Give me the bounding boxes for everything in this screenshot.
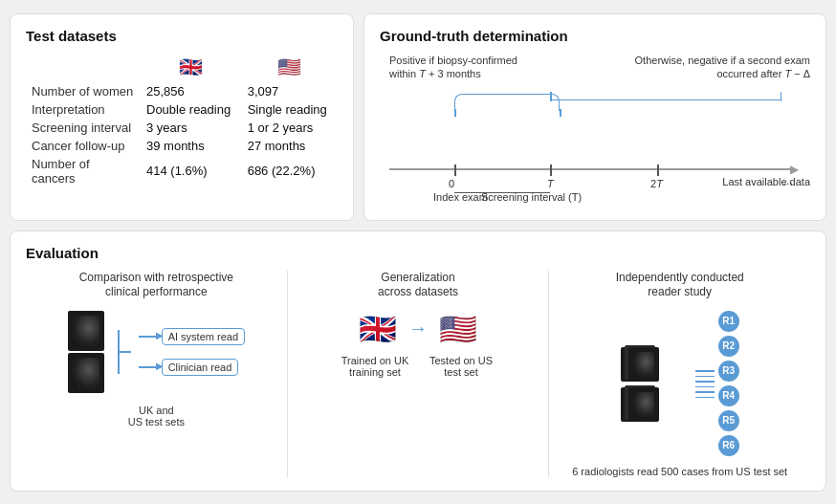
fork-connector xyxy=(112,330,131,374)
last-available-label: Last available data xyxy=(722,176,810,187)
clinician-arrow xyxy=(139,366,158,368)
reader-container: R1 R2 R3 R4 R5 R6 xyxy=(621,311,739,456)
label-2T: 2T xyxy=(650,178,663,189)
us-flag-gen: 🇺🇸 xyxy=(439,311,477,347)
reader-r3: R3 xyxy=(718,361,739,382)
row-label-0: Number of women xyxy=(26,82,141,100)
reader-line-5 xyxy=(695,391,715,393)
positive-label: Positive if biopsy-confirmedwithin T + 3… xyxy=(389,54,542,81)
row-uk-1: Double reading xyxy=(141,100,242,119)
fork-vbot xyxy=(118,353,120,374)
tick-T xyxy=(550,164,552,176)
us-flag-header: 🇺🇸 xyxy=(242,54,338,82)
row-us-3: 27 months xyxy=(242,137,338,155)
label-0: 0 xyxy=(449,178,454,189)
ground-truth-diagram: Positive if biopsy-confirmedwithin T + 3… xyxy=(380,54,810,207)
reader-r4: R4 xyxy=(718,385,739,406)
table-row: Number of women 25,856 3,097 xyxy=(26,82,338,100)
row-label-1: Interpretation xyxy=(26,100,141,119)
neg-right-vert xyxy=(781,92,782,101)
eval-section-comparison: Comparison with retrospectiveclinical pe… xyxy=(26,271,288,477)
arc-left-tick xyxy=(454,109,456,117)
row-uk-3: 39 months xyxy=(141,137,242,155)
negative-line xyxy=(550,99,781,101)
row-us-4: 686 (22.2%) xyxy=(242,155,338,187)
reader-line-6 xyxy=(695,397,715,399)
table-row: Screening interval 3 years 1 or 2 years xyxy=(26,119,338,137)
arrow-boxes: AI system read Clinician read xyxy=(139,328,245,376)
row-us-0: 3,097 xyxy=(242,82,338,100)
reader-r2: R2 xyxy=(718,336,739,357)
neg-left-vert xyxy=(550,92,552,101)
table-row: Number of cancers 414 (1.6%) 686 (22.2%) xyxy=(26,155,338,187)
tick-2T xyxy=(657,164,659,176)
positive-arc xyxy=(454,94,560,111)
test-datasets-card: Test datasets 🇬🇧 🇺🇸 Number of women 25,8… xyxy=(10,13,354,221)
empty-header xyxy=(26,54,141,82)
reader-mammo-group xyxy=(621,345,688,422)
reader-bubbles: R1 R2 R3 R4 R5 R6 xyxy=(718,311,739,456)
reader-line-1 xyxy=(695,370,715,372)
row-uk-4: 414 (1.6%) xyxy=(141,155,242,187)
ground-truth-card: Ground-truth determination Positive if b… xyxy=(363,13,826,221)
row-uk-0: 25,856 xyxy=(141,82,242,100)
mammo-stack xyxy=(68,311,104,393)
reader-lines xyxy=(695,368,715,398)
reader-line-3 xyxy=(695,381,715,383)
row-us-2: 1 or 2 years xyxy=(242,119,338,137)
reader-bottom-label: 6 radiologists read 500 cases from US te… xyxy=(572,466,787,477)
row-label-2: Screening interval xyxy=(26,119,141,137)
gen-labels: Trained on UK training set Tested on US … xyxy=(337,355,499,378)
table-row: Interpretation Double reading Single rea… xyxy=(26,100,338,119)
reader-mammo-3 xyxy=(628,347,659,382)
uk-flag-gen: 🇬🇧 xyxy=(359,311,397,347)
tested-label: Tested on US test set xyxy=(423,355,499,378)
comparison-mammo-container: AI system read Clinician read xyxy=(68,311,245,393)
evaluation-card: Evaluation Comparison with retrospective… xyxy=(10,230,826,492)
reader-mammo-6 xyxy=(628,387,659,422)
generalization-title: Generalizationacross datasets xyxy=(378,271,458,301)
eval-section-reader: Independently conductedreader study xyxy=(549,271,810,477)
table-row: Cancer follow-up 39 months 27 months xyxy=(26,137,338,155)
mammo-top xyxy=(68,311,104,351)
row-label-4: Number of cancers xyxy=(26,155,141,187)
test-datasets-title: Test datasets xyxy=(26,28,338,44)
row-uk-2: 3 years xyxy=(141,119,242,137)
reader-r6: R6 xyxy=(718,435,739,456)
axis-dashed xyxy=(760,169,789,170)
negative-label: Otherwise, negative if a second examoccu… xyxy=(609,54,810,81)
comparison-title: Comparison with retrospectiveclinical pe… xyxy=(79,271,233,301)
arc-right-tick xyxy=(560,109,561,117)
reader-line-4 xyxy=(695,386,715,388)
ground-truth-title: Ground-truth determination xyxy=(380,28,810,44)
fork-vtop xyxy=(118,330,120,351)
eval-sections: Comparison with retrospectiveclinical pe… xyxy=(26,271,810,477)
comparison-bottom-label: UK andUS test sets xyxy=(128,405,185,427)
mammo-bottom xyxy=(68,353,104,393)
ai-label: AI system read xyxy=(162,328,245,345)
ai-arrow xyxy=(139,336,158,338)
uk-flag-header: 🇬🇧 xyxy=(141,54,242,82)
tick-0 xyxy=(454,164,456,176)
fork-hmid xyxy=(118,351,131,353)
clinician-arrow-box: Clinician read xyxy=(139,359,245,376)
label-T: T xyxy=(547,178,554,189)
clinician-label: Clinician read xyxy=(162,359,239,376)
axis-line xyxy=(389,168,791,170)
screening-underline xyxy=(454,192,550,193)
gen-arrow: → xyxy=(408,318,428,340)
ai-arrow-box: AI system read xyxy=(139,328,245,345)
row-label-3: Cancer follow-up xyxy=(26,137,141,155)
trained-label: Trained on UK training set xyxy=(337,355,413,378)
evaluation-title: Evaluation xyxy=(26,245,810,261)
reader-r1: R1 xyxy=(718,311,739,332)
eval-section-generalization: Generalizationacross datasets 🇬🇧 → 🇺🇸 Tr… xyxy=(288,271,550,477)
row-us-1: Single reading xyxy=(242,100,338,119)
reader-r5: R5 xyxy=(718,410,739,431)
test-datasets-table: 🇬🇧 🇺🇸 Number of women 25,856 3,097 Inter… xyxy=(26,54,338,187)
gen-flags: 🇬🇧 → 🇺🇸 xyxy=(359,311,477,347)
reader-line-2 xyxy=(695,376,715,378)
reader-title: Independently conductedreader study xyxy=(616,271,744,301)
